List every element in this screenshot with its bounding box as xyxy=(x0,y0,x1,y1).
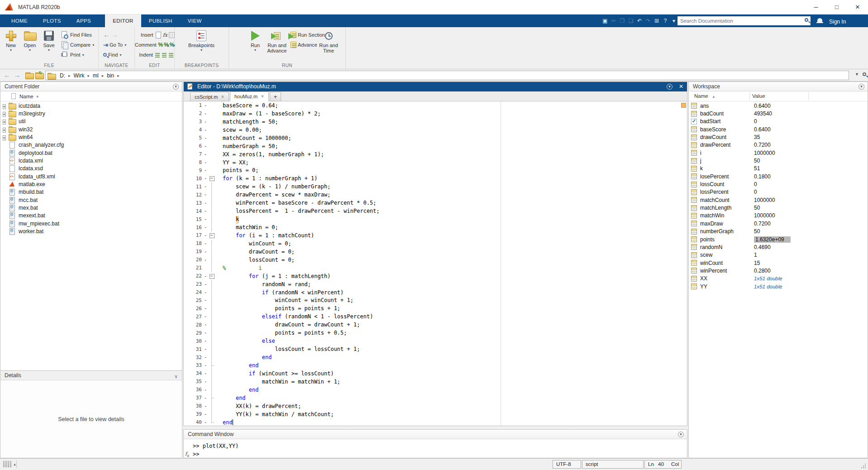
variable-value[interactable]: 1 xyxy=(754,252,757,258)
workspace-variable-row[interactable]: badStart0 xyxy=(689,118,868,125)
variable-value[interactable]: 0.1800 xyxy=(754,173,771,180)
breakpoint-dash[interactable]: - xyxy=(202,395,209,401)
code-text[interactable]: if (winCount >= lossCount) xyxy=(223,370,334,377)
breakpoint-dash[interactable]: - xyxy=(202,370,209,377)
wrap-comments-icon[interactable]: % xyxy=(169,42,175,48)
code-text[interactable]: elseif (randomN < 1 - lossPercent) xyxy=(223,313,373,320)
find-files-button[interactable]: Find Files xyxy=(61,30,94,40)
expander-icon[interactable]: + xyxy=(3,128,6,133)
breakpoint-dash[interactable]: - xyxy=(202,119,209,125)
history-back-icon[interactable]: ← xyxy=(4,72,10,79)
variable-value[interactable]: 0.7200 xyxy=(754,221,771,227)
code-text[interactable]: matchWin = matchWin + 1; xyxy=(223,379,340,385)
compare-dropdown-icon[interactable]: ▾ xyxy=(92,43,94,47)
breakpoint-dash[interactable]: - xyxy=(202,159,209,166)
command-window-body[interactable]: >> plot(XX,YY) fx >> xyxy=(184,439,687,458)
file-row[interactable]: mexext.bat xyxy=(0,212,182,220)
breakpoint-dash[interactable]: - xyxy=(202,297,209,303)
editor-close-icon[interactable]: ✕ xyxy=(679,82,683,91)
variable-value[interactable]: 50 xyxy=(754,228,760,235)
fold-toggle-icon[interactable] xyxy=(209,231,215,240)
workspace-variable-row[interactable]: winPercent0.2800 xyxy=(689,267,868,274)
code-text[interactable]: lossCount = lossCount + 1; xyxy=(223,346,360,352)
variable-value[interactable]: 1.6320e+09 xyxy=(754,236,791,243)
run-dropdown-icon[interactable]: ▾ xyxy=(245,48,265,52)
code-text[interactable]: matchWin = 0; xyxy=(223,224,278,230)
new-button[interactable]: New▾ xyxy=(2,29,20,52)
workspace-variable-row[interactable]: baseScore0.6400 xyxy=(689,125,868,133)
cut-icon[interactable]: ✂ xyxy=(610,17,618,25)
path-dropdown-icon[interactable]: ▼ xyxy=(855,72,859,77)
fold-toggle-icon[interactable] xyxy=(209,174,215,182)
breakpoint-dash[interactable]: - xyxy=(202,102,209,109)
code-text[interactable]: randomN = rand; xyxy=(223,281,311,288)
new-dropdown-icon[interactable]: ▾ xyxy=(2,48,20,52)
code-text[interactable]: points = points + 1; xyxy=(223,305,340,312)
breakpoints-dropdown-icon[interactable]: ▾ xyxy=(186,48,216,52)
workspace-menu-icon[interactable]: ▼ xyxy=(858,84,864,90)
file-row[interactable]: crash_analyzer.cfg xyxy=(0,141,182,149)
breakpoint-dash[interactable]: - xyxy=(202,175,209,182)
workspace-variable-row[interactable]: randomN0.4690 xyxy=(689,243,868,251)
variable-value[interactable]: 51 xyxy=(754,165,760,172)
switch-window-icon[interactable]: ⊞ xyxy=(653,17,661,25)
workspace-variable-row[interactable]: scew1 xyxy=(689,251,868,259)
file-row[interactable]: +m3iregistry xyxy=(0,110,182,117)
mlint-warning-indicator[interactable] xyxy=(681,103,686,108)
workspace-variable-row[interactable]: matchCount1000000 xyxy=(689,196,868,204)
search-documentation-box[interactable] xyxy=(677,16,811,26)
workspace-variable-row[interactable]: points1.6320e+09 xyxy=(689,235,868,243)
file-row[interactable]: mbuild.bat xyxy=(0,188,182,196)
workspace-variable-row[interactable]: matchWin1000000 xyxy=(689,212,868,220)
file-row[interactable]: lcdata_utf8.xml xyxy=(0,173,182,180)
code-editor[interactable]: 1-baseScore = 0.64;2-maxDraw = (1 - base… xyxy=(184,101,687,426)
expander-icon[interactable]: + xyxy=(3,112,6,117)
workspace-variable-row[interactable]: badCount493540 xyxy=(689,110,868,117)
code-text[interactable]: winPercent = baseScore - drawPercent * 0… xyxy=(223,200,377,206)
breakpoint-dash[interactable]: - xyxy=(202,167,209,173)
variable-value[interactable]: 35 xyxy=(754,134,760,140)
file-row[interactable]: worker.bat xyxy=(0,228,182,235)
breakpoint-dash[interactable]: - xyxy=(202,249,209,255)
code-text[interactable]: end xyxy=(223,395,246,401)
print-button[interactable]: Print▾ xyxy=(61,50,94,60)
resize-grip[interactable] xyxy=(860,463,866,468)
insert-section-icon[interactable] xyxy=(155,32,161,38)
breakpoint-dash[interactable]: - xyxy=(202,183,209,190)
breakpoint-dash[interactable]: - xyxy=(202,321,209,328)
expander-icon[interactable]: + xyxy=(3,104,6,109)
toolstrip-tab-plots[interactable]: PLOTS xyxy=(35,14,69,27)
details-header[interactable]: Details ∨ xyxy=(0,371,182,380)
breakpoint-dash[interactable]: - xyxy=(202,273,209,279)
history-forward-icon[interactable]: → xyxy=(14,72,20,79)
code-text[interactable]: scew = (k - 1) / numberGraph; xyxy=(223,183,330,190)
code-text[interactable]: points = points + 0.5; xyxy=(223,330,347,336)
breakpoint-dash[interactable]: - xyxy=(202,338,209,344)
file-row[interactable]: deploytool.bat xyxy=(0,149,182,157)
code-text[interactable]: for (i = 1 : matchCount) xyxy=(223,232,314,239)
workspace-variable-row[interactable]: j50 xyxy=(689,157,868,164)
breakpoint-dash[interactable]: - xyxy=(202,135,209,141)
code-text[interactable]: end xyxy=(223,387,258,393)
command-prompt[interactable]: >> xyxy=(193,451,199,457)
breakpoint-dash[interactable]: - xyxy=(202,143,209,149)
breakpoints-button[interactable]: Breakpoints▾ xyxy=(186,29,216,52)
breakpoint-dash[interactable]: - xyxy=(202,305,209,312)
variable-value[interactable]: 0 xyxy=(754,189,757,195)
variable-value[interactable]: 0.7200 xyxy=(754,142,771,148)
code-text[interactable]: scew = 0.00; xyxy=(223,127,262,133)
code-text[interactable]: XX(k) = drawPercent; xyxy=(223,403,301,409)
help-icon[interactable]: ? xyxy=(661,17,669,25)
code-text[interactable]: % i xyxy=(223,265,262,271)
paste-icon[interactable]: ❏ xyxy=(627,17,635,25)
toolstrip-tab-home[interactable]: HOME xyxy=(4,14,35,27)
workspace-variable-row[interactable]: drawPercent0.7200 xyxy=(689,141,868,149)
breakpoint-dash[interactable]: - xyxy=(202,379,209,385)
breakpoint-dash[interactable]: - xyxy=(202,127,209,133)
notifications-bell-icon[interactable] xyxy=(817,18,822,22)
undo-icon[interactable]: ↶ xyxy=(635,17,644,25)
workspace-variable-row[interactable]: winCount15 xyxy=(689,259,868,267)
breakpoint-dash[interactable]: - xyxy=(202,330,209,336)
expander-icon[interactable]: + xyxy=(3,120,6,125)
variable-value[interactable]: 1000000 xyxy=(754,212,775,219)
